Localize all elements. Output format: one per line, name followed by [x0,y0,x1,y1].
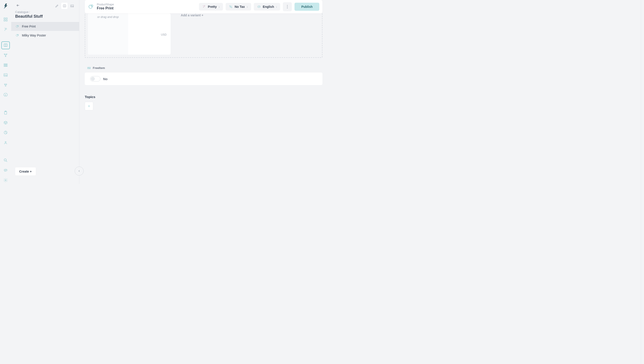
shape-label: ProductShape [97,3,114,6]
nav-dashboard[interactable] [1,16,10,23]
freeitem-toggle-row: No [85,73,322,85]
page-title: Beautiful Stuff [11,14,79,22]
svg-point-31 [230,6,230,7]
svg-rect-38 [88,68,90,69]
nav-image[interactable] [1,71,10,79]
nav-catalogue[interactable] [1,41,10,49]
svg-point-15 [6,84,7,85]
percent-icon [229,5,233,9]
nav-molecule[interactable] [1,52,10,59]
nav-team[interactable] [1,81,10,89]
shape-icon [88,4,94,10]
svg-point-20 [5,141,6,143]
svg-rect-12 [6,66,7,67]
svg-point-6 [5,56,6,57]
item-title: Free Print [97,6,114,10]
variants-region: or drag and drop USD Add a variant + [85,14,322,58]
publish-button[interactable]: Publish [294,3,319,11]
nav-badge[interactable] [1,91,10,99]
freeitem-value: No [103,77,108,81]
nav-clipboard[interactable] [1,109,10,116]
currency-label: USD [161,33,166,36]
svg-point-39 [88,67,88,68]
topics-heading: Topics [85,95,322,99]
svg-rect-13 [4,74,8,77]
more-menu-button[interactable] [283,2,292,11]
svg-point-40 [90,68,90,69]
add-variant-label: Add a variant + [181,14,204,17]
svg-rect-2 [4,20,5,21]
sidebar: Catalogue/ Beautiful Stuff Free Print Mi… [11,0,80,184]
svg-rect-0 [4,18,5,19]
svg-rect-3 [6,20,8,21]
wand-icon [202,5,206,9]
svg-rect-1 [6,18,8,19]
language-label: English [263,5,274,9]
add-variant-card[interactable]: Add a variant + [174,14,210,55]
nav-grid[interactable] [1,61,10,69]
nav-search[interactable] [1,156,10,164]
svg-point-36 [287,8,288,8]
chevron-down-icon: ↓ [247,5,248,8]
svg-point-34 [287,5,288,6]
nav-settings[interactable] [1,176,10,184]
nav-translate[interactable] [1,166,10,174]
chevron-down-icon: ↓ [218,5,220,8]
freeitem-label: FreeItem [93,66,105,70]
breadcrumb: Catalogue/ [11,9,79,14]
product-icon [15,24,20,29]
svg-point-16 [5,85,6,86]
svg-rect-11 [5,66,6,67]
theme-selector[interactable]: Pretty ↓ [199,3,223,11]
svg-rect-10 [4,66,5,67]
translate-icon [257,5,261,9]
svg-rect-7 [4,64,5,65]
edit-icon[interactable] [54,3,60,9]
svg-rect-8 [5,64,6,65]
icon-rail [0,0,11,184]
svg-rect-22 [4,169,7,171]
product-icon [15,33,20,38]
chevron-down-icon: ↓ [276,5,277,8]
logo-icon[interactable] [3,3,8,10]
back-button[interactable] [15,3,20,8]
nav-user[interactable] [1,139,10,146]
svg-rect-33 [258,6,260,8]
image-upload-card[interactable]: or drag and drop USD [88,14,170,55]
create-button[interactable]: Create + [15,167,36,175]
svg-rect-9 [6,64,7,65]
svg-point-21 [4,159,6,161]
add-topic-button[interactable] [85,102,93,110]
svg-point-14 [4,84,5,85]
svg-point-35 [287,6,288,7]
product-item-milky-way[interactable]: Milky Way Poster [11,31,79,40]
topbar: ProductShape Free Print Pretty ↓ No Tax … [85,0,322,14]
nav-pin[interactable] [1,26,10,33]
nav-box[interactable] [1,119,10,126]
main-content: ProductShape Free Print Pretty ↓ No Tax … [80,0,326,184]
svg-point-23 [5,179,6,181]
product-label: Milky Way Poster [22,34,46,37]
product-item-free-print[interactable]: Free Print [11,22,79,31]
theme-label: Pretty [208,5,217,9]
language-selector[interactable]: English ↓ [254,3,280,11]
svg-rect-37 [88,67,90,68]
svg-rect-24 [71,5,74,7]
freeitem-section-header: FreeItem [87,66,322,70]
svg-point-32 [231,7,232,8]
product-label: Free Print [22,25,36,28]
tax-selector[interactable]: No Tax ↓ [226,3,251,11]
dragdrop-hint: or drag and drop [97,15,119,19]
book-view-icon[interactable] [61,3,68,9]
nav-pie[interactable] [1,129,10,136]
image-view-icon[interactable] [69,3,75,9]
breadcrumb-parent[interactable]: Catalogue [15,10,28,14]
freeitem-toggle[interactable] [90,76,100,81]
tax-label: No Tax [234,5,245,9]
product-list: Free Print Milky Way Poster [11,22,79,184]
